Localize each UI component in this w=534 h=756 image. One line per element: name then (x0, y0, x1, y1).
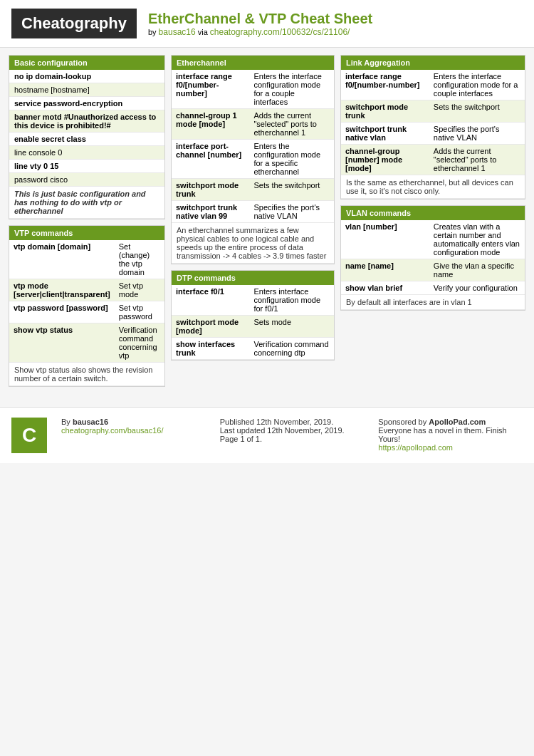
table-row: interface range f0/[number-number] Enter… (172, 70, 334, 109)
eth-desc-1: Enters the interface configuration mode … (249, 70, 334, 109)
eth-cmd-1: interface range f0/[number-number] (172, 70, 249, 109)
vtp-cmd-1: vtp domain [domain] (9, 240, 115, 279)
footer-date-col: Published 12th November, 2019. Last upda… (220, 418, 365, 453)
vtp-cmd-2: vtp mode [server|client|transparent] (9, 279, 115, 301)
table-row: vtp password [password] Set vtp password (9, 301, 164, 323)
vtp-desc-2: Set vtp mode (115, 279, 164, 301)
vtp-section: VTP commands vtp domain [domain] Set (ch… (9, 225, 165, 387)
vlan-header: VLAN commands (341, 206, 525, 220)
dtp-desc-2: Sets mode (249, 316, 334, 338)
vlan-cmd-1: vlan [number] (341, 220, 429, 259)
vlan-info: By default all interfaces are in vlan 1 (341, 295, 525, 310)
basic-row-1: no ip domain-lookup (9, 70, 164, 83)
footer-sponsored-by: Sponsored by (378, 418, 429, 426)
basic-row-5: enable secret class (9, 133, 164, 146)
table-row: interface f0/1 Enters interface configur… (172, 285, 334, 316)
etherchannel-info: An etherchannel summarizes a few physica… (172, 223, 334, 264)
table-row: show interfaces trunk Verification comma… (172, 338, 334, 360)
etherchannel-table: interface range f0/[number-number] Enter… (172, 70, 334, 223)
table-row: vtp domain [domain] Set (change) the vtp… (9, 240, 164, 279)
basic-row-8: password cisco (9, 173, 164, 187)
table-row: switchport trunk native vlan 99 Specifie… (172, 201, 334, 223)
footer-sponsor-text: Everyone has a novel in them. Finish You… (378, 426, 506, 443)
dtp-header: DTP commands (172, 271, 334, 285)
table-row: name [name] Give the vlan a specific nam… (341, 259, 525, 281)
page-footer: C By bausac16 cheatography.com/bausac16/… (0, 407, 534, 463)
link-agg-header: Link Aggregation (341, 56, 525, 70)
table-row: vtp mode [server|client|transparent] Set… (9, 279, 164, 301)
la-desc-3: Specifies the port's native VLAN (429, 123, 525, 145)
header-text: EtherChannel & VTP Cheat Sheet by bausac… (148, 11, 372, 37)
page-title: EtherChannel & VTP Cheat Sheet (148, 11, 372, 27)
vtp-cmd-4: show vtp status (9, 323, 115, 363)
eth-cmd-4: switchport mode trunk (172, 179, 249, 201)
footer-updated: Last updated 12th November, 2019. (220, 426, 345, 435)
footer-author-col: By bausac16 cheatography.com/bausac16/ (61, 418, 206, 453)
dtp-cmd-3: show interfaces trunk (172, 338, 249, 360)
mid-column: Etherchannel interface range f0/[number-… (171, 55, 335, 366)
vlan-desc-2: Give the vlan a specific name (429, 259, 525, 281)
main-content: Basic configuration no ip domain-lookup … (0, 48, 534, 400)
dtp-cmd-1: interface f0/1 (172, 285, 249, 316)
subtitle: by bausac16 via cheatography.com/100632/… (148, 28, 350, 36)
table-row: interface range f0/[number-number] Enter… (341, 70, 525, 100)
basic-config-section: Basic configuration no ip domain-lookup … (9, 55, 165, 219)
la-cmd-4: channel-group [number] mode [mode] (341, 145, 429, 175)
vtp-desc-1: Set (change) the vtp domain (115, 240, 164, 279)
dtp-desc-3: Verification command concerning dtp (249, 338, 334, 360)
footer-published: Published 12th November, 2019. (220, 418, 334, 426)
eth-cmd-3: interface port-channel [number] (172, 140, 249, 179)
url-link[interactable]: cheatography.com/100632/cs/21106/ (210, 27, 350, 37)
dtp-cmd-2: switchport mode [mode] (172, 316, 249, 338)
right-column: Link Aggregation interface range f0/[num… (340, 55, 525, 316)
basic-row-7: line vty 0 15 (9, 160, 164, 173)
basic-config-header: Basic configuration (9, 56, 164, 70)
basic-config-note: This is just basic configuration and has… (9, 187, 164, 219)
dtp-table: interface f0/1 Enters interface configur… (172, 285, 334, 360)
vlan-section: VLAN commands vlan [number] Creates vlan… (340, 205, 525, 311)
table-row: switchport trunk native vlan Specifies t… (341, 123, 525, 145)
basic-row-6: line console 0 (9, 146, 164, 160)
page-header: Cheatography EtherChannel & VTP Cheat Sh… (0, 0, 534, 48)
eth-cmd-2: channel-group 1 mode [mode] (172, 109, 249, 140)
link-agg-info: Is the same as etherchannel, but all dev… (341, 175, 525, 199)
eth-desc-4: Sets the switchport (249, 179, 334, 201)
vtp-desc-4: Verification command concerning vtp (115, 323, 164, 363)
basic-row-4: banner motd #Unauthorized access to this… (9, 110, 164, 133)
vlan-table: vlan [number] Creates vlan with a certai… (341, 220, 525, 295)
vtp-cmd-3: vtp password [password] (9, 301, 115, 323)
link-agg-table: interface range f0/[number-number] Enter… (341, 70, 525, 175)
eth-desc-5: Specifies the port's native VLAN (249, 201, 334, 223)
eth-desc-2: Adds the current "selected" ports to eth… (249, 109, 334, 140)
footer-sponsor-col: Sponsored by ApolloPad.com Everyone has … (378, 418, 523, 453)
la-cmd-2: switchport mode trunk (341, 100, 429, 123)
cheatography-logo: Cheatography (11, 9, 137, 38)
basic-row-2: hostname [hostname] (9, 83, 164, 97)
table-row: switchport mode trunk Sets the switchpor… (341, 100, 525, 123)
table-row: show vtp status Verification command con… (9, 323, 164, 363)
table-row: channel-group [number] mode [mode] Adds … (341, 145, 525, 175)
vtp-header: VTP commands (9, 226, 164, 240)
vlan-desc-1: Creates vlan with a certain number and a… (429, 220, 525, 259)
table-row: switchport mode [mode] Sets mode (172, 316, 334, 338)
eth-cmd-5: switchport trunk native vlan 99 (172, 201, 249, 223)
dtp-desc-1: Enters interface configuration mode for … (249, 285, 334, 316)
vlan-cmd-2: name [name] (341, 259, 429, 281)
vtp-table: vtp domain [domain] Set (change) the vtp… (9, 240, 164, 363)
la-desc-1: Enters the interface configuration mode … (429, 70, 525, 100)
footer-logo: C (11, 418, 47, 453)
vtp-note: Show vtp status also shows the revision … (9, 363, 164, 386)
footer-sponsor-url[interactable]: https://apollopad.com (378, 443, 453, 452)
table-row: switchport mode trunk Sets the switchpor… (172, 179, 334, 201)
table-row: channel-group 1 mode [mode] Adds the cur… (172, 109, 334, 140)
table-row: show vlan brief Verify your configuratio… (341, 281, 525, 295)
dtp-section: DTP commands interface f0/1 Enters inter… (171, 270, 335, 361)
footer-sponsor: ApolloPad.com (429, 418, 486, 426)
link-agg-section: Link Aggregation interface range f0/[num… (340, 55, 525, 200)
table-row: interface port-channel [number] Enters t… (172, 140, 334, 179)
vlan-cmd-3: show vlan brief (341, 281, 429, 295)
author-link[interactable]: bausac16 (159, 27, 196, 37)
la-cmd-3: switchport trunk native vlan (341, 123, 429, 145)
la-desc-2: Sets the switchport (429, 100, 525, 123)
footer-author-url[interactable]: cheatography.com/bausac16/ (61, 426, 164, 435)
